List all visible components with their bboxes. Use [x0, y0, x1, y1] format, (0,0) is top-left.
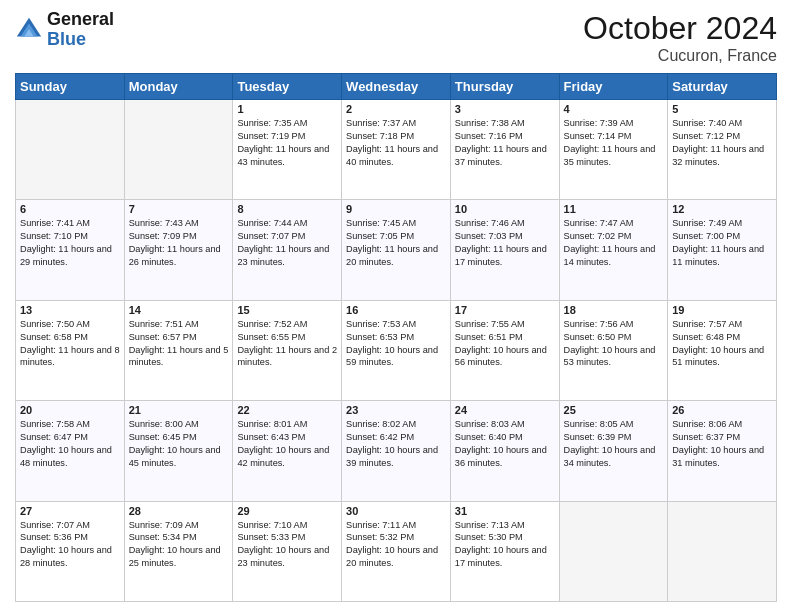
- day-cell: 23Sunrise: 8:02 AMSunset: 6:42 PMDayligh…: [342, 401, 451, 501]
- day-number: 5: [672, 103, 772, 115]
- day-number: 9: [346, 203, 446, 215]
- day-info: Sunrise: 7:55 AMSunset: 6:51 PMDaylight:…: [455, 318, 555, 370]
- logo-text: General Blue: [47, 10, 114, 50]
- day-info: Sunrise: 8:00 AMSunset: 6:45 PMDaylight:…: [129, 418, 229, 470]
- day-info: Sunrise: 8:06 AMSunset: 6:37 PMDaylight:…: [672, 418, 772, 470]
- day-info: Sunrise: 7:56 AMSunset: 6:50 PMDaylight:…: [564, 318, 664, 370]
- day-number: 3: [455, 103, 555, 115]
- day-number: 29: [237, 505, 337, 517]
- day-cell: 6Sunrise: 7:41 AMSunset: 7:10 PMDaylight…: [16, 200, 125, 300]
- day-number: 11: [564, 203, 664, 215]
- day-number: 24: [455, 404, 555, 416]
- day-info: Sunrise: 7:13 AMSunset: 5:30 PMDaylight:…: [455, 519, 555, 571]
- day-info: Sunrise: 7:45 AMSunset: 7:05 PMDaylight:…: [346, 217, 446, 269]
- day-cell: 26Sunrise: 8:06 AMSunset: 6:37 PMDayligh…: [668, 401, 777, 501]
- day-info: Sunrise: 7:46 AMSunset: 7:03 PMDaylight:…: [455, 217, 555, 269]
- week-row-4: 20Sunrise: 7:58 AMSunset: 6:47 PMDayligh…: [16, 401, 777, 501]
- weekday-header-wednesday: Wednesday: [342, 74, 451, 100]
- day-cell: 7Sunrise: 7:43 AMSunset: 7:09 PMDaylight…: [124, 200, 233, 300]
- day-cell: 14Sunrise: 7:51 AMSunset: 6:57 PMDayligh…: [124, 300, 233, 400]
- day-number: 12: [672, 203, 772, 215]
- day-cell: [16, 100, 125, 200]
- day-number: 13: [20, 304, 120, 316]
- day-number: 27: [20, 505, 120, 517]
- day-cell: 12Sunrise: 7:49 AMSunset: 7:00 PMDayligh…: [668, 200, 777, 300]
- weekday-header-tuesday: Tuesday: [233, 74, 342, 100]
- day-cell: 21Sunrise: 8:00 AMSunset: 6:45 PMDayligh…: [124, 401, 233, 501]
- day-number: 14: [129, 304, 229, 316]
- day-number: 22: [237, 404, 337, 416]
- day-info: Sunrise: 7:44 AMSunset: 7:07 PMDaylight:…: [237, 217, 337, 269]
- day-info: Sunrise: 7:39 AMSunset: 7:14 PMDaylight:…: [564, 117, 664, 169]
- day-cell: 28Sunrise: 7:09 AMSunset: 5:34 PMDayligh…: [124, 501, 233, 601]
- day-cell: [559, 501, 668, 601]
- week-row-3: 13Sunrise: 7:50 AMSunset: 6:58 PMDayligh…: [16, 300, 777, 400]
- day-number: 31: [455, 505, 555, 517]
- weekday-header-saturday: Saturday: [668, 74, 777, 100]
- day-number: 20: [20, 404, 120, 416]
- day-number: 4: [564, 103, 664, 115]
- weekday-header-friday: Friday: [559, 74, 668, 100]
- day-info: Sunrise: 8:05 AMSunset: 6:39 PMDaylight:…: [564, 418, 664, 470]
- week-row-2: 6Sunrise: 7:41 AMSunset: 7:10 PMDaylight…: [16, 200, 777, 300]
- day-number: 16: [346, 304, 446, 316]
- day-cell: 13Sunrise: 7:50 AMSunset: 6:58 PMDayligh…: [16, 300, 125, 400]
- weekday-header-thursday: Thursday: [450, 74, 559, 100]
- day-info: Sunrise: 7:41 AMSunset: 7:10 PMDaylight:…: [20, 217, 120, 269]
- day-info: Sunrise: 7:50 AMSunset: 6:58 PMDaylight:…: [20, 318, 120, 370]
- day-info: Sunrise: 7:09 AMSunset: 5:34 PMDaylight:…: [129, 519, 229, 571]
- day-info: Sunrise: 7:52 AMSunset: 6:55 PMDaylight:…: [237, 318, 337, 370]
- day-info: Sunrise: 7:57 AMSunset: 6:48 PMDaylight:…: [672, 318, 772, 370]
- day-cell: 27Sunrise: 7:07 AMSunset: 5:36 PMDayligh…: [16, 501, 125, 601]
- logo-icon: [15, 16, 43, 44]
- calendar-table: SundayMondayTuesdayWednesdayThursdayFrid…: [15, 73, 777, 602]
- day-info: Sunrise: 7:10 AMSunset: 5:33 PMDaylight:…: [237, 519, 337, 571]
- day-info: Sunrise: 8:02 AMSunset: 6:42 PMDaylight:…: [346, 418, 446, 470]
- day-number: 17: [455, 304, 555, 316]
- day-info: Sunrise: 7:07 AMSunset: 5:36 PMDaylight:…: [20, 519, 120, 571]
- weekday-header-monday: Monday: [124, 74, 233, 100]
- day-cell: 4Sunrise: 7:39 AMSunset: 7:14 PMDaylight…: [559, 100, 668, 200]
- calendar-page: General Blue October 2024 Cucuron, Franc…: [0, 0, 792, 612]
- day-cell: 20Sunrise: 7:58 AMSunset: 6:47 PMDayligh…: [16, 401, 125, 501]
- day-info: Sunrise: 8:01 AMSunset: 6:43 PMDaylight:…: [237, 418, 337, 470]
- location-title: Cucuron, France: [583, 47, 777, 65]
- day-info: Sunrise: 7:40 AMSunset: 7:12 PMDaylight:…: [672, 117, 772, 169]
- day-number: 21: [129, 404, 229, 416]
- day-info: Sunrise: 7:11 AMSunset: 5:32 PMDaylight:…: [346, 519, 446, 571]
- day-number: 28: [129, 505, 229, 517]
- day-cell: 30Sunrise: 7:11 AMSunset: 5:32 PMDayligh…: [342, 501, 451, 601]
- day-info: Sunrise: 8:03 AMSunset: 6:40 PMDaylight:…: [455, 418, 555, 470]
- day-number: 6: [20, 203, 120, 215]
- day-cell: 8Sunrise: 7:44 AMSunset: 7:07 PMDaylight…: [233, 200, 342, 300]
- day-cell: 3Sunrise: 7:38 AMSunset: 7:16 PMDaylight…: [450, 100, 559, 200]
- weekday-header-row: SundayMondayTuesdayWednesdayThursdayFrid…: [16, 74, 777, 100]
- logo: General Blue: [15, 10, 114, 50]
- day-number: 23: [346, 404, 446, 416]
- title-area: October 2024 Cucuron, France: [583, 10, 777, 65]
- day-cell: 29Sunrise: 7:10 AMSunset: 5:33 PMDayligh…: [233, 501, 342, 601]
- day-cell: 31Sunrise: 7:13 AMSunset: 5:30 PMDayligh…: [450, 501, 559, 601]
- day-cell: 17Sunrise: 7:55 AMSunset: 6:51 PMDayligh…: [450, 300, 559, 400]
- day-info: Sunrise: 7:49 AMSunset: 7:00 PMDaylight:…: [672, 217, 772, 269]
- month-title: October 2024: [583, 10, 777, 47]
- day-cell: 22Sunrise: 8:01 AMSunset: 6:43 PMDayligh…: [233, 401, 342, 501]
- day-cell: 2Sunrise: 7:37 AMSunset: 7:18 PMDaylight…: [342, 100, 451, 200]
- day-cell: 18Sunrise: 7:56 AMSunset: 6:50 PMDayligh…: [559, 300, 668, 400]
- day-number: 1: [237, 103, 337, 115]
- day-number: 15: [237, 304, 337, 316]
- day-number: 10: [455, 203, 555, 215]
- day-number: 8: [237, 203, 337, 215]
- week-row-1: 1Sunrise: 7:35 AMSunset: 7:19 PMDaylight…: [16, 100, 777, 200]
- day-cell: 19Sunrise: 7:57 AMSunset: 6:48 PMDayligh…: [668, 300, 777, 400]
- day-number: 30: [346, 505, 446, 517]
- header: General Blue October 2024 Cucuron, Franc…: [15, 10, 777, 65]
- day-info: Sunrise: 7:43 AMSunset: 7:09 PMDaylight:…: [129, 217, 229, 269]
- day-cell: [124, 100, 233, 200]
- day-cell: 1Sunrise: 7:35 AMSunset: 7:19 PMDaylight…: [233, 100, 342, 200]
- day-cell: [668, 501, 777, 601]
- day-number: 2: [346, 103, 446, 115]
- day-number: 7: [129, 203, 229, 215]
- day-info: Sunrise: 7:53 AMSunset: 6:53 PMDaylight:…: [346, 318, 446, 370]
- day-cell: 10Sunrise: 7:46 AMSunset: 7:03 PMDayligh…: [450, 200, 559, 300]
